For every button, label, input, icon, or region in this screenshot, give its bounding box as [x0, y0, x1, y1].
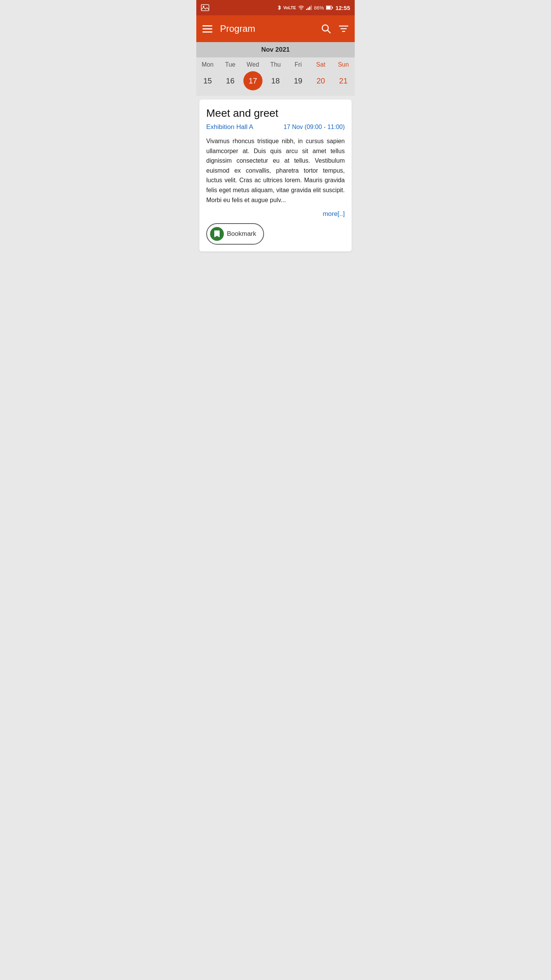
menu-button[interactable] — [202, 25, 212, 33]
month-year-label: Nov 2021 — [261, 46, 290, 53]
day-label-sun: Sun — [334, 61, 353, 68]
svg-point-2 — [301, 10, 302, 10]
event-meta: Exhibition Hall A 17 Nov (09:00 - 11:00) — [206, 123, 345, 131]
search-icon — [321, 24, 331, 34]
svg-line-12 — [328, 30, 330, 33]
svg-rect-8 — [332, 7, 333, 9]
battery-percentage: 86% — [314, 5, 324, 11]
signal-icon — [306, 5, 312, 10]
empty-area — [196, 255, 355, 485]
date-19[interactable]: 19 — [289, 71, 308, 90]
day-label-thu: Thu — [266, 61, 285, 68]
app-bar-right — [321, 24, 349, 34]
filter-button[interactable] — [339, 24, 349, 33]
svg-rect-4 — [308, 8, 309, 10]
svg-rect-3 — [306, 9, 307, 10]
event-card: Meet and greet Exhibition Hall A 17 Nov … — [199, 100, 352, 252]
date-20[interactable]: 20 — [311, 71, 330, 90]
day-label-tue: Tue — [221, 61, 240, 68]
lte-indicator: VoLTE — [283, 5, 296, 10]
days-of-week-row: Mon Tue Wed Thu Fri Sat Sun — [196, 61, 355, 68]
bookmark-icon — [214, 230, 220, 238]
event-more-link-container: more[..] — [206, 210, 345, 218]
date-17[interactable]: 17 — [243, 71, 262, 90]
day-label-fri: Fri — [289, 61, 308, 68]
status-bar-right: VoLTE 86% 12:55 — [277, 5, 350, 11]
app-title: Program — [220, 23, 255, 34]
bookmark-label: Bookmark — [227, 230, 256, 238]
day-label-wed: Wed — [243, 61, 262, 68]
search-button[interactable] — [321, 24, 331, 34]
bluetooth-icon — [277, 5, 281, 11]
event-datetime: 17 Nov (09:00 - 11:00) — [284, 124, 345, 131]
svg-rect-6 — [311, 5, 312, 10]
bookmark-button[interactable]: Bookmark — [206, 223, 264, 245]
date-15[interactable]: 15 — [198, 71, 217, 90]
event-title: Meet and greet — [206, 107, 345, 119]
date-21[interactable]: 21 — [334, 71, 353, 90]
status-bar: VoLTE 86% 12:55 — [196, 0, 355, 15]
date-18[interactable]: 18 — [266, 71, 285, 90]
dates-row: 15 16 17 18 19 20 21 — [196, 71, 355, 90]
app-bar-left: Program — [202, 23, 255, 34]
status-bar-left — [201, 4, 209, 11]
svg-rect-5 — [309, 7, 310, 10]
event-description: Vivamus rhoncus tristique nibh, in cursu… — [206, 136, 345, 205]
day-label-mon: Mon — [198, 61, 217, 68]
calendar-week: Mon Tue Wed Thu Fri Sat Sun 15 16 17 18 … — [196, 57, 355, 96]
calendar-month-header: Nov 2021 — [196, 42, 355, 57]
bookmark-icon-wrap — [210, 227, 224, 241]
date-16[interactable]: 16 — [221, 71, 240, 90]
day-label-sat: Sat — [311, 61, 330, 68]
gallery-icon — [201, 4, 209, 11]
battery-icon — [326, 5, 333, 10]
hamburger-icon — [202, 25, 212, 33]
event-location[interactable]: Exhibition Hall A — [206, 123, 253, 131]
filter-icon — [339, 24, 349, 33]
time-display: 12:55 — [336, 5, 350, 11]
wifi-icon — [298, 5, 304, 10]
svg-rect-0 — [201, 5, 209, 11]
more-link[interactable]: more[..] — [323, 210, 345, 217]
app-bar: Program — [196, 15, 355, 42]
